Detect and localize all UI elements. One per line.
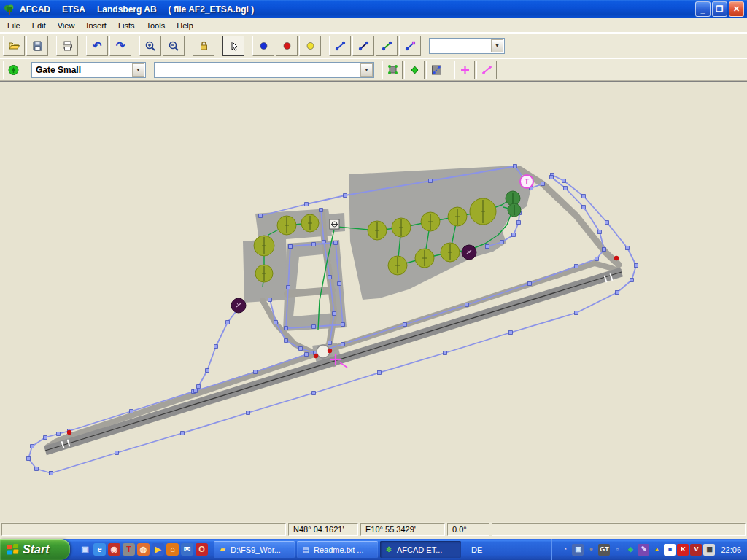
add-path-button[interactable] [476, 61, 497, 79]
task-afcad-tree[interactable]: ✽AFCAD ET... [380, 541, 461, 558]
gate-start-button[interactable] [3, 61, 23, 79]
pen-tray-icon[interactable]: ✎ [638, 544, 649, 556]
point-red-button[interactable] [276, 36, 298, 56]
taxi-node[interactable] [44, 436, 47, 440]
taxi-node[interactable] [285, 327, 288, 330]
taxi-node[interactable] [226, 321, 230, 324]
taxi-node[interactable] [429, 179, 433, 183]
taxi-node[interactable] [115, 451, 119, 455]
runway-end-node[interactable] [328, 349, 332, 353]
taxi-node[interactable] [274, 321, 278, 324]
taxi-node[interactable] [562, 179, 566, 183]
taxi-node[interactable] [214, 345, 218, 349]
airport-diagram[interactable]: T [0, 82, 747, 522]
taxi-node[interactable] [595, 257, 599, 261]
undo-button[interactable]: ↶ [86, 36, 108, 56]
taxi-node[interactable] [181, 432, 185, 435]
link-green-button[interactable] [376, 36, 398, 56]
media-player-icon[interactable]: ▶ [152, 543, 164, 556]
link-dark-button[interactable] [352, 36, 374, 56]
taxi-node[interactable] [27, 457, 31, 461]
menu-insert[interactable]: Insert [80, 19, 112, 32]
zoom-in-button[interactable] [139, 36, 161, 56]
taxi-node[interactable] [403, 323, 407, 327]
internet-explorer-icon[interactable]: e [93, 543, 106, 556]
taxi-node[interactable] [582, 206, 586, 209]
lock-button[interactable] [193, 36, 214, 56]
apron-tool-button[interactable] [382, 61, 403, 79]
taxi-node[interactable] [289, 245, 293, 249]
taxi-node[interactable] [268, 298, 272, 302]
taxi-tool-button[interactable] [426, 61, 446, 79]
taxi-node[interactable] [254, 370, 258, 374]
mail-icon[interactable]: ✉ [181, 543, 193, 556]
taxi-node[interactable] [197, 385, 201, 389]
taxi-node[interactable] [575, 265, 578, 268]
taxi-node[interactable] [626, 246, 630, 250]
restore-button[interactable]: ❐ [712, 1, 727, 17]
taxi-node[interactable] [605, 221, 609, 225]
taxi-node[interactable] [564, 187, 568, 190]
taxi-node[interactable] [465, 303, 469, 307]
taxi-node[interactable] [50, 472, 53, 475]
antivir-k-tray-icon[interactable]: K [677, 544, 689, 556]
media-app-icon[interactable]: ◍ [137, 543, 150, 556]
taxi-node[interactable] [517, 221, 521, 225]
taxi-node[interactable] [603, 248, 606, 252]
taxi-node[interactable] [312, 243, 316, 246]
taxi-node[interactable] [338, 282, 341, 286]
start-button[interactable]: Start [0, 539, 70, 560]
taxi-node[interactable] [194, 389, 198, 393]
taxi-node[interactable] [334, 241, 338, 245]
menu-file[interactable]: File [1, 19, 26, 32]
taxi-node[interactable] [509, 331, 513, 335]
menu-help[interactable]: Help [171, 19, 199, 32]
redo-button[interactable]: ↷ [109, 36, 131, 56]
taxi-node[interactable] [344, 194, 347, 198]
runway-end-node[interactable] [614, 256, 619, 260]
volume-tray-icon[interactable]: ● [585, 544, 597, 556]
link-blue-button[interactable] [329, 36, 351, 56]
taxi-node[interactable] [31, 445, 34, 448]
watch-tray-icon[interactable]: ◔ [559, 544, 570, 556]
taxi-node[interactable] [486, 245, 489, 249]
taxi-node[interactable] [514, 165, 517, 168]
taxi-node[interactable] [305, 203, 309, 206]
open-button[interactable] [3, 36, 25, 56]
taxi-node[interactable] [444, 351, 447, 355]
taxi-node[interactable] [575, 311, 578, 315]
gate-type-combo[interactable]: Gate Small ▼ [31, 62, 146, 78]
point-yellow-button[interactable] [299, 36, 321, 56]
taxi-node[interactable] [130, 410, 133, 413]
show-desktop-icon[interactable]: ▣ [79, 543, 91, 556]
taxi-node[interactable] [582, 195, 586, 198]
taxi-node[interactable] [528, 282, 532, 286]
taxi-node[interactable] [305, 353, 309, 357]
taxi-node[interactable] [541, 182, 545, 186]
gate-name-combo[interactable]: ▼ [154, 62, 374, 78]
link-x-button[interactable] [399, 36, 421, 56]
zoom-out-button[interactable] [163, 36, 185, 56]
home-app-icon[interactable]: ⌂ [166, 543, 179, 556]
avira-warning-tray-icon[interactable]: ▲ [651, 544, 662, 556]
save-button[interactable] [26, 36, 48, 56]
taxi-node[interactable] [598, 230, 602, 234]
taxi-node[interactable] [259, 214, 263, 218]
taxi-node[interactable] [57, 432, 61, 436]
taxi-node[interactable] [341, 323, 345, 327]
taxi-node[interactable] [312, 392, 316, 395]
select-button[interactable] [222, 36, 244, 56]
text-tool-icon[interactable]: T [123, 543, 135, 556]
taxi-node[interactable] [500, 241, 504, 244]
object-select-combo[interactable]: ▼ [429, 38, 505, 54]
menu-tools[interactable]: Tools [141, 19, 171, 32]
task-folder[interactable]: ▰D:\FS9_Wor... [214, 541, 295, 558]
taxi-node[interactable] [550, 176, 554, 179]
taxi-node[interactable] [299, 347, 303, 351]
blue-app-tray-icon[interactable]: ■ [664, 544, 676, 556]
taxi-node[interactable] [35, 467, 39, 471]
tv-tuner-tray-icon[interactable]: ▦ [703, 544, 715, 556]
taxi-node[interactable] [635, 264, 638, 268]
taxi-node[interactable] [341, 343, 345, 346]
taxi-node[interactable] [320, 209, 323, 212]
